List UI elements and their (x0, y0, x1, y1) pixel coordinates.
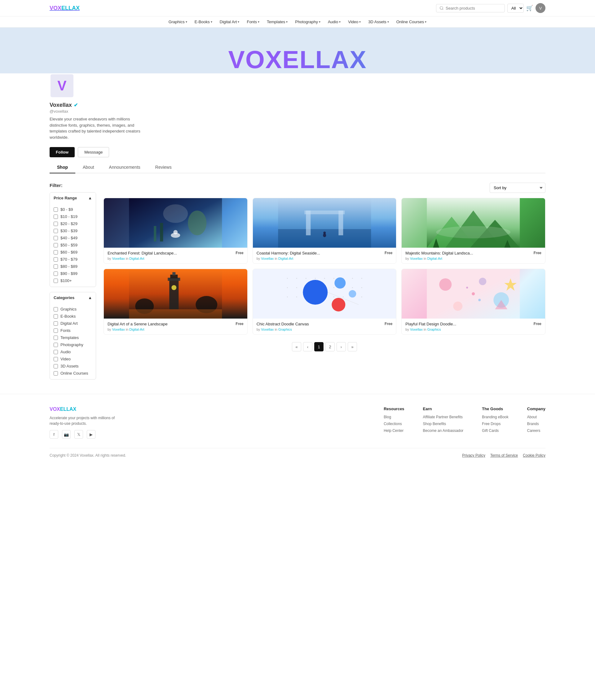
pagination-last[interactable]: » (348, 342, 357, 352)
footer-link-about[interactable]: About (527, 415, 545, 419)
product-seller-link[interactable]: Voxellax (410, 257, 423, 261)
nav-digital-art[interactable]: Digital Art▾ (220, 20, 239, 24)
nav-online-courses[interactable]: Online Courses▾ (396, 20, 427, 24)
footer-link-shop-benefits[interactable]: Shop Benefits (423, 422, 463, 426)
product-card[interactable]: Majestic Mountains: Digital Landsca... F… (401, 198, 545, 264)
price-50-59[interactable]: $50 - $59 (54, 242, 92, 249)
follow-button[interactable]: Follow (50, 147, 75, 157)
nav-video[interactable]: Video▾ (348, 20, 361, 24)
chevron-down-icon: ▾ (425, 20, 426, 24)
nav-3d-assets[interactable]: 3D Assets▾ (368, 20, 389, 24)
footer-link-gift-cards[interactable]: Gift Cards (482, 428, 508, 433)
price-10-19[interactable]: $10 - $19 (54, 213, 92, 220)
footer-link-ambassador[interactable]: Become an Ambassador (423, 428, 463, 433)
search-input[interactable] (446, 6, 502, 10)
svg-point-42 (287, 287, 288, 288)
tab-announcements[interactable]: Announcements (102, 162, 148, 173)
footer-link-brands[interactable]: Brands (527, 422, 545, 426)
product-card[interactable]: Enchanted Forest: Digital Landscape... F… (104, 198, 248, 264)
product-category-link[interactable]: Graphics (427, 328, 441, 331)
price-40-49[interactable]: $40 - $49 (54, 234, 92, 242)
product-category-link[interactable]: Digital-Art (129, 328, 144, 331)
footer-link-blog[interactable]: Blog (384, 415, 404, 419)
cat-templates[interactable]: Templates (54, 334, 92, 341)
tab-reviews[interactable]: Reviews (148, 162, 179, 173)
nav-graphics[interactable]: Graphics▾ (169, 20, 187, 24)
message-button[interactable]: Messsage (78, 147, 109, 157)
svg-point-63 (332, 298, 345, 311)
footer-link-affiliate[interactable]: Affiliate Partner Benefits (423, 415, 463, 419)
pagination-next[interactable]: › (337, 342, 346, 352)
product-category-link[interactable]: Digital-Art (427, 257, 442, 261)
nav-fonts[interactable]: Fonts▾ (247, 20, 259, 24)
pagination-prev[interactable]: ‹ (303, 342, 312, 352)
footer-link-free-drops[interactable]: Free Drops (482, 422, 508, 426)
category-select[interactable]: All (507, 4, 524, 13)
product-seller-link[interactable]: Voxellax (261, 257, 274, 261)
tab-about[interactable]: About (75, 162, 102, 173)
footer-link-careers[interactable]: Careers (527, 428, 545, 433)
main-nav: Graphics▾ E-Books▾ Digital Art▾ Fonts▾ T… (0, 17, 595, 28)
profile-section: V Voxellax ✔ @voxellax Elevate your crea… (0, 73, 595, 173)
price-80-89[interactable]: $80 - $89 (54, 263, 92, 270)
sort-select[interactable]: Sort by Price: Low to High Price: High t… (490, 183, 545, 193)
categories-header[interactable]: Categories ▲ (50, 292, 96, 303)
footer-link-help[interactable]: Help Center (384, 428, 404, 433)
cookie-policy-link[interactable]: Cookie Policy (523, 453, 545, 458)
tab-shop[interactable]: Shop (50, 162, 75, 173)
svg-point-22 (436, 226, 511, 238)
nav-photography[interactable]: Photography▾ (295, 20, 320, 24)
cat-audio[interactable]: Audio (54, 348, 92, 356)
logo-ellax: ELLAX (61, 5, 80, 11)
cart-icon[interactable]: 🛒 (526, 5, 533, 11)
footer-link-collections[interactable]: Collections (384, 422, 404, 426)
instagram-icon[interactable]: 📷 (62, 430, 70, 439)
price-60-69[interactable]: $60 - $69 (54, 249, 92, 256)
site-logo[interactable]: VOXELLAX (50, 5, 80, 11)
cat-digital-art[interactable]: Digital Art (54, 320, 92, 327)
product-category-link[interactable]: Digital-Art (278, 257, 293, 261)
facebook-icon[interactable]: f (50, 430, 58, 439)
svg-point-52 (296, 297, 297, 298)
product-seller-link[interactable]: Voxellax (410, 328, 423, 331)
price-90-99[interactable]: $90 - $99 (54, 270, 92, 277)
cat-fonts[interactable]: Fonts (54, 327, 92, 334)
cat-photography[interactable]: Photography (54, 341, 92, 348)
product-seller-link[interactable]: Voxellax (112, 328, 125, 331)
pagination-page-1[interactable]: 1 (314, 342, 323, 352)
cat-graphics[interactable]: Graphics (54, 306, 92, 313)
product-card[interactable]: Playful Flat Design Doodle... Free by Vo… (401, 269, 545, 335)
terms-of-service-link[interactable]: Terms of Service (490, 453, 518, 458)
price-70-79[interactable]: $70 - $79 (54, 256, 92, 263)
cat-video[interactable]: Video (54, 356, 92, 363)
nav-audio[interactable]: Audio▾ (328, 20, 341, 24)
product-card[interactable]: Coastal Harmony: Digital Seaside... Free… (253, 198, 397, 264)
price-range-header[interactable]: Price Range ▲ (50, 192, 96, 204)
price-100-plus[interactable]: $100+ (54, 277, 92, 284)
cat-3d-assets[interactable]: 3D Assets (54, 363, 92, 370)
nav-templates[interactable]: Templates▾ (267, 20, 288, 24)
hero-title: VOXELLAX (50, 46, 545, 73)
product-card[interactable]: Chic Abstract Doodle Canvas Free by Voxe… (253, 269, 397, 335)
twitter-icon[interactable]: 𝕏 (74, 430, 83, 439)
price-30-39[interactable]: $30 - $39 (54, 227, 92, 234)
pagination-page-2[interactable]: 2 (325, 342, 335, 352)
cat-ebooks[interactable]: E-Books (54, 313, 92, 320)
privacy-policy-link[interactable]: Privacy Policy (462, 453, 485, 458)
product-category-link[interactable]: Digital-Art (129, 257, 144, 261)
nav-ebooks[interactable]: E-Books▾ (195, 20, 212, 24)
product-seller-link[interactable]: Voxellax (261, 328, 274, 331)
product-image (253, 269, 396, 318)
product-seller-link[interactable]: Voxellax (112, 257, 125, 261)
product-card[interactable]: Digital Art of a Serene Landscape Free b… (104, 269, 248, 335)
price-20-29[interactable]: $20 - $29 (54, 220, 92, 227)
svg-line-1 (443, 9, 444, 10)
product-category-link[interactable]: Graphics (278, 328, 292, 331)
cat-online-courses[interactable]: Online Courses (54, 370, 92, 377)
chevron-down-icon: ▾ (238, 20, 239, 24)
user-avatar[interactable]: V (536, 3, 545, 13)
youtube-icon[interactable]: ▶ (87, 430, 95, 439)
price-0-9[interactable]: $0 - $9 (54, 206, 92, 213)
pagination-first[interactable]: « (292, 342, 301, 352)
footer-link-branding[interactable]: Branding eBook (482, 415, 508, 419)
